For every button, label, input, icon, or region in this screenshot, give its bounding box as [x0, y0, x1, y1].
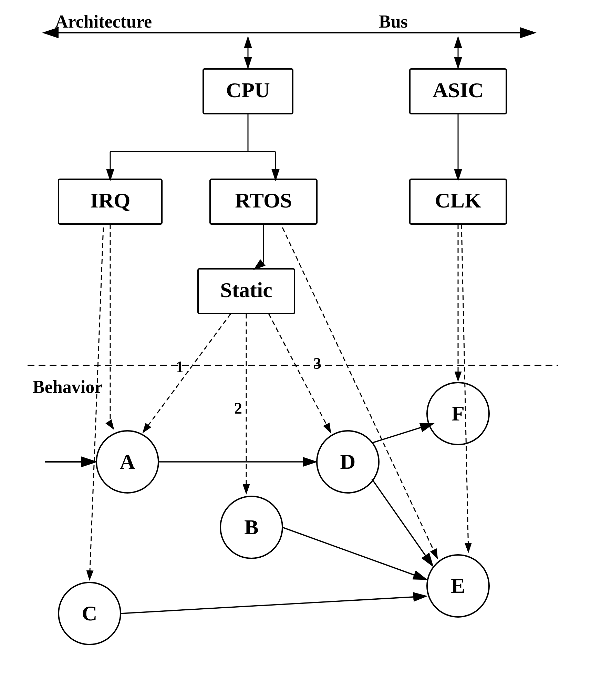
svg-line-11 [255, 262, 263, 269]
svg-line-15 [110, 424, 114, 429]
svg-line-27 [121, 596, 425, 613]
node-a-label: A [120, 450, 135, 473]
irq-label: IRQ [90, 189, 130, 212]
static-label: Static [220, 278, 272, 302]
svg-line-20 [282, 227, 437, 558]
clk-label: CLK [435, 189, 481, 212]
node-b-label: B [244, 515, 258, 539]
node-c-label: C [82, 601, 97, 625]
cpu-label: CPU [226, 78, 270, 102]
node-e-label: E [451, 574, 465, 597]
svg-line-26 [282, 527, 425, 579]
edge-1-label: 1 [176, 358, 184, 376]
behavior-label: Behavior [33, 377, 102, 397]
rtos-label: RTOS [235, 189, 292, 212]
edge-2-label: 2 [234, 399, 242, 417]
edge-3-label: 3 [313, 355, 321, 372]
svg-line-24 [372, 424, 432, 443]
svg-line-19 [269, 314, 331, 433]
svg-line-16 [90, 227, 103, 580]
node-d-label: D [340, 450, 356, 473]
svg-line-22 [462, 224, 468, 552]
architecture-label: Architecture [55, 12, 152, 31]
bus-label: Bus [379, 12, 408, 31]
node-f-label: F [452, 402, 465, 425]
svg-line-17 [143, 314, 231, 433]
svg-line-25 [372, 479, 432, 565]
asic-label: ASIC [433, 78, 484, 102]
